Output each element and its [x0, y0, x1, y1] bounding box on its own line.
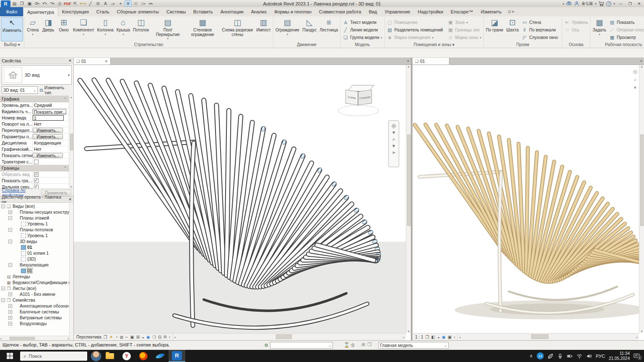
sync-settings-icon[interactable]: ⟳▾	[34, 0, 41, 7]
close-button[interactable]: ✕	[636, 0, 643, 7]
browser-vertical-scrollbar[interactable]	[69, 203, 73, 340]
ribbon-state-options-icon[interactable]: ⊡ ▾	[505, 7, 517, 16]
zoom-icon[interactable]: ⌕	[634, 77, 636, 83]
section-icon[interactable]: ⌖	[117, 0, 124, 7]
default-3d-view-icon[interactable]: ⌂▾	[109, 0, 117, 7]
viewcube-compass-ring[interactable]	[338, 105, 379, 116]
temporary-view-properties-icon[interactable]: ⊟	[158, 335, 161, 339]
browser-tree-item[interactable]: − ❑ Виды (все)	[0, 203, 69, 209]
area-tag-button[interactable]: ◇ Марка зоны ▾	[446, 34, 482, 41]
set-workplane-button[interactable]: ▦ Задать ▾	[591, 17, 608, 41]
mullion-button[interactable]: ▥ Импост	[255, 17, 272, 41]
revit-logo[interactable]: R	[1, 0, 10, 7]
property-value[interactable]: Нет	[33, 147, 69, 152]
temporary-hide-isolate-icon[interactable]: ◒	[437, 335, 440, 339]
room-button[interactable]: ▢ Помещение	[386, 19, 446, 26]
wall-opening-button[interactable]: ▭ Стена	[520, 19, 561, 26]
steering-wheel-icon[interactable]: ◎	[392, 123, 396, 129]
property-value[interactable]: Изменить...	[33, 153, 63, 158]
tray-leaf-icon[interactable]	[548, 353, 553, 359]
detail-level-icon[interactable]: ❒	[425, 335, 429, 339]
help-icon[interactable]: ?	[606, 1, 611, 6]
pan-icon[interactable]: ➢	[392, 150, 396, 155]
scrollbar-thumb[interactable]	[276, 334, 292, 339]
show-crop-icon[interactable]: ⊞	[136, 335, 140, 339]
design-option-select[interactable]: Главная модель⌄	[378, 342, 449, 349]
dormer-opening-button[interactable]: ◸ Слуховое окно	[520, 34, 561, 41]
tab-systems[interactable]: Системы	[163, 7, 190, 16]
sun-path-icon[interactable]: ☀	[109, 335, 113, 339]
collapse-controls-icon[interactable]: ‹	[169, 335, 170, 339]
properties-scrollbar[interactable]: ▲▼	[69, 96, 73, 189]
level-button[interactable]: ⇤ Уровень	[563, 19, 589, 26]
viewcube-left-face[interactable]: Слева	[345, 90, 358, 105]
curtain-system-button[interactable]: ▦ Стеновое ограждение	[185, 17, 220, 41]
microphone-icon[interactable]	[557, 353, 563, 359]
close-view-icon[interactable]: ✕	[105, 59, 108, 63]
undo-icon[interactable]: ↶▾	[41, 0, 48, 7]
yandex-browser-icon[interactable]: Y	[118, 350, 135, 362]
username[interactable]: 金七超	[582, 1, 593, 6]
browser-tree-item[interactable]: − Планы потолков	[0, 227, 69, 233]
browser-tree-item[interactable]: 01 копия 1	[0, 250, 69, 256]
tab-precast[interactable]: Сборные элементы	[113, 7, 163, 16]
property-value[interactable]: 1	[33, 115, 64, 121]
browser-tree-item[interactable]: + A101 - Без имени	[0, 291, 69, 297]
viewcube-front-face[interactable]: Спереди	[358, 90, 372, 106]
expand-icon[interactable]: −	[1, 204, 5, 208]
viewcube[interactable]: Слева Спереди	[344, 85, 382, 118]
view-list-arrow-icon[interactable]: ▾	[405, 58, 411, 65]
browser-tree-item[interactable]: − Планы этажей	[0, 215, 69, 221]
view-tab-01[interactable]: ❑ 01 ✕	[74, 58, 111, 65]
tag-icon[interactable]: ⊘	[94, 0, 101, 7]
column-button[interactable]: ▯ Колонна ▾	[96, 17, 115, 41]
help-dropdown-icon[interactable]: ▾	[613, 2, 615, 5]
active-workset-select[interactable]: ⌄	[270, 342, 333, 349]
tab-structure[interactable]: Конструкция	[58, 7, 93, 16]
crop-view-icon[interactable]: ▣	[448, 335, 452, 339]
browser-tree-item[interactable]: {3D}	[0, 256, 69, 262]
ramp-button[interactable]: ◺ Пандус	[301, 17, 318, 41]
displaced-elements-icon[interactable]: ⧉	[164, 334, 166, 339]
panel-label-selection[interactable]: Выбор ▾	[1, 41, 23, 48]
worksets-icon[interactable]: ⚙	[264, 343, 268, 348]
stair-button[interactable]: ≡ Лестница	[318, 17, 339, 41]
tab-architecture[interactable]: Архитектура	[23, 7, 58, 16]
reveal-hidden-icon[interactable]: ◉	[442, 335, 446, 339]
measure-icon[interactable]: ⇱	[72, 0, 79, 7]
drawing-area-wireframe[interactable]: Слева Спереди ◎▾⌕▾➢	[74, 65, 406, 333]
expand-icon[interactable]: −	[8, 240, 12, 243]
messenger-swoosh-icon[interactable]	[152, 350, 169, 362]
open-icon[interactable]: ❒	[18, 0, 26, 7]
switch-windows-icon[interactable]: ⧉▾	[140, 0, 147, 7]
expand-icon[interactable]: −	[1, 298, 5, 302]
rendering-dialog-icon[interactable]: ◍	[120, 335, 124, 339]
browser-tree-item[interactable]: + Балочные системы	[0, 309, 69, 315]
wall-button[interactable]: ▱ Стена ▾	[25, 17, 40, 41]
ceiling-button[interactable]: ◫ Потолок	[132, 17, 150, 41]
browser-tree-item[interactable]: ▦ Ведомости/Спецификации (в	[0, 279, 69, 285]
export-pdf-icon[interactable]: PDF	[64, 0, 71, 7]
horizontal-scrollbar[interactable]: ◂ ▸	[173, 334, 406, 340]
tab-steel[interactable]: Сталь	[93, 7, 113, 16]
expand-icon[interactable]: +	[8, 322, 12, 326]
visual-style-icon[interactable]: ◧	[431, 335, 435, 339]
tab-modify[interactable]: Изменить	[477, 7, 506, 16]
tab-massing-site[interactable]: Формы и генплан	[270, 7, 315, 16]
user-account-icon[interactable]	[574, 1, 579, 6]
panel-label-rooms[interactable]: Помещения и зоны ▾	[386, 41, 483, 48]
file-explorer-icon[interactable]	[101, 350, 118, 362]
property-value[interactable]	[34, 178, 39, 183]
type-selector[interactable]: 3D вид ▾	[2, 65, 72, 85]
expand-icon[interactable]: +	[8, 310, 12, 314]
tray-badge-24[interactable]: 24	[537, 352, 544, 359]
vertical-scrollbar[interactable]: ▲▼	[639, 65, 644, 333]
notifications-icon[interactable]: 1	[634, 353, 640, 359]
door-button[interactable]: ◨ Дверь	[41, 17, 56, 41]
browser-tree-item[interactable]: Уровень 1	[0, 233, 69, 238]
browser-horizontal-scrollbar[interactable]: ◂▸	[0, 336, 69, 340]
browser-tree-item[interactable]: − Визуализация	[0, 262, 69, 268]
browser-tree-item[interactable]: + Аннотационные обозначен	[0, 303, 69, 309]
window-button[interactable]: ⊞ Окно	[56, 17, 71, 41]
battery-icon[interactable]	[567, 353, 573, 359]
